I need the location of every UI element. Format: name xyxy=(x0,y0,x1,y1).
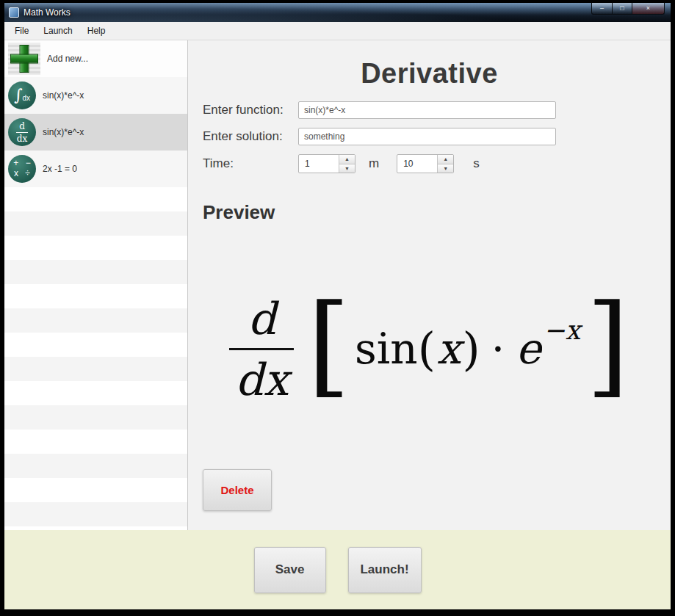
chevron-down-icon: ▼ xyxy=(344,166,350,171)
app-window: Math Works – □ × File Launch Help Add ne… xyxy=(4,3,671,609)
function-label: Enter function: xyxy=(203,103,298,117)
sidebar-list: Add new... ∫ dx sin(x)*e^-x d dx sin(x)*… xyxy=(4,40,188,530)
seconds-value: 10 xyxy=(397,155,437,173)
add-new-icon xyxy=(8,43,40,75)
operators-row-2: x ÷ xyxy=(12,169,32,179)
form: Enter function: Enter solution: Time: 1 … xyxy=(203,101,656,173)
page-title: Derivative xyxy=(203,58,656,90)
menu-item-launch[interactable]: Launch xyxy=(36,22,79,40)
close-icon: × xyxy=(646,5,650,12)
app-icon xyxy=(9,7,19,18)
multiplication-dot: · xyxy=(491,324,505,374)
integral-icon: ∫ dx xyxy=(8,81,36,109)
e-base: e xyxy=(516,324,541,374)
time-label: Time: xyxy=(203,156,298,171)
operators-icon: + − x ÷ xyxy=(8,155,36,183)
sin-function: sin xyxy=(355,324,418,374)
maximize-icon: □ xyxy=(620,5,624,12)
menubar: File Launch Help xyxy=(4,22,671,40)
operators-row-1: + − xyxy=(11,159,32,169)
minutes-down-button[interactable]: ▼ xyxy=(339,164,355,173)
chevron-up-icon: ▲ xyxy=(443,156,448,162)
seconds-unit-label: s xyxy=(473,156,480,171)
delete-button[interactable]: Delete xyxy=(203,469,272,511)
fraction-denominator: dx xyxy=(235,350,288,402)
minutes-spinner[interactable]: 1 ▲ ▼ xyxy=(298,154,355,173)
footer-bar: Save Launch! xyxy=(4,530,671,609)
variable-x: x xyxy=(437,324,461,374)
sidebar-item-label: sin(x)*e^-x xyxy=(43,90,84,101)
right-paren: ) xyxy=(463,322,480,376)
left-paren: ( xyxy=(418,322,436,376)
sidebar-item-label: 2x -1 = 0 xyxy=(43,164,77,174)
content: Add new... ∫ dx sin(x)*e^-x d dx sin(x)*… xyxy=(4,40,671,530)
d-dx-fraction: d dx xyxy=(229,297,294,402)
formula-preview: d dx [ sin ( x ) · e −x ] xyxy=(188,294,671,404)
sidebar-item-derivative[interactable]: d dx sin(x)*e^-x xyxy=(4,114,187,151)
minimize-icon: – xyxy=(600,5,604,12)
right-bracket: ] xyxy=(586,289,629,399)
seconds-down-button[interactable]: ▼ xyxy=(438,164,453,173)
empty-list-rows xyxy=(4,187,187,530)
derivative-fraction-bar xyxy=(16,132,28,133)
function-input[interactable] xyxy=(298,101,556,119)
derivative-den: dx xyxy=(17,134,27,143)
chevron-up-icon: ▲ xyxy=(344,156,350,162)
minutes-up-button[interactable]: ▲ xyxy=(339,155,355,164)
left-bracket: [ xyxy=(307,289,350,399)
e-exponent: −x xyxy=(544,315,580,345)
main-panel: Derivative Enter function: Enter solutio… xyxy=(188,40,671,530)
integral-dx-text: dx xyxy=(22,94,30,102)
minutes-unit-label: m xyxy=(369,156,379,171)
derivative-icon: d dx xyxy=(8,118,36,146)
menu-item-help[interactable]: Help xyxy=(80,22,113,40)
solution-input[interactable] xyxy=(298,128,556,145)
launch-button[interactable]: Launch! xyxy=(348,547,422,593)
sidebar-item-label: sin(x)*e^-x xyxy=(43,127,84,137)
chevron-down-icon: ▼ xyxy=(443,166,448,171)
window-controls: – □ × xyxy=(592,3,665,15)
sidebar-item-integral[interactable]: ∫ dx sin(x)*e^-x xyxy=(4,77,187,114)
add-new-label: Add new... xyxy=(47,54,88,64)
derivative-num: d xyxy=(19,122,25,131)
minutes-value: 1 xyxy=(299,155,339,173)
time-row: Time: 1 ▲ ▼ m 10 ▲ ▼ xyxy=(203,154,656,173)
menu-item-file[interactable]: File xyxy=(7,22,36,40)
minimize-button[interactable]: – xyxy=(591,3,613,15)
solution-label: Enter solution: xyxy=(203,129,298,144)
sidebar-item-add-new[interactable]: Add new... xyxy=(4,40,187,77)
fraction-numerator: d xyxy=(248,297,275,348)
window-title: Math Works xyxy=(24,7,71,18)
maximize-button[interactable]: □ xyxy=(612,3,632,15)
seconds-up-button[interactable]: ▲ xyxy=(438,155,453,164)
close-button[interactable]: × xyxy=(632,3,665,15)
seconds-spinner[interactable]: 10 ▲ ▼ xyxy=(397,154,454,173)
save-button[interactable]: Save xyxy=(254,547,326,593)
function-row: Enter function: xyxy=(203,101,656,119)
integral-symbol: ∫ xyxy=(14,87,22,104)
preview-heading: Preview xyxy=(203,201,656,224)
titlebar: Math Works – □ × xyxy=(4,3,671,22)
sidebar-item-equation[interactable]: + − x ÷ 2x -1 = 0 xyxy=(4,151,187,187)
solution-row: Enter solution: xyxy=(203,128,656,145)
